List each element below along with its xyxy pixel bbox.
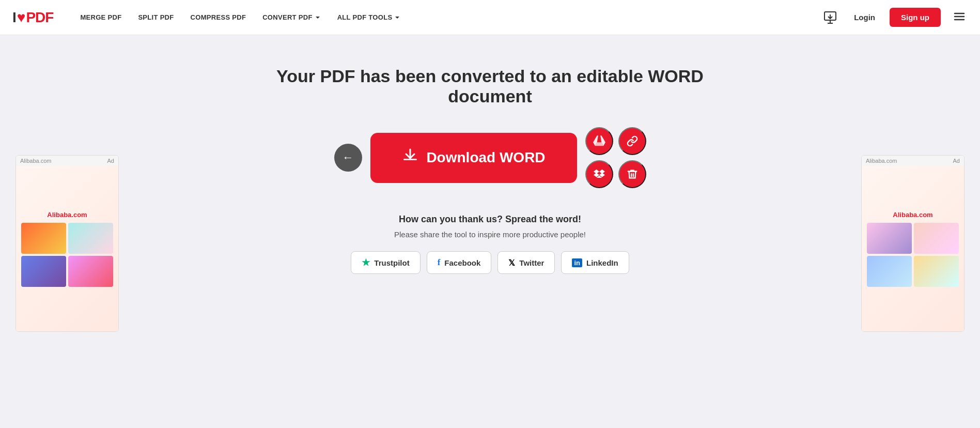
download-section: ← Download WORD [334,127,646,188]
share-heading: How can you thank us? Spread the word! [351,214,629,225]
desktop-download-button[interactable] [821,8,839,27]
facebook-button[interactable]: f Facebook [427,251,492,274]
signup-button[interactable]: Sign up [890,8,941,27]
trustpilot-button[interactable]: ★ Trustpilot [351,251,420,274]
facebook-label: Facebook [444,258,480,267]
linkedin-icon: in [572,258,582,267]
download-word-label: Download WORD [426,149,545,166]
download-word-button[interactable]: Download WORD [370,133,577,183]
google-drive-button[interactable] [585,127,613,155]
share-subtext: Please share the tool to inspire more pr… [351,230,629,239]
twitter-button[interactable]: 𝕏 Twitter [497,251,555,274]
trustpilot-star-icon: ★ [362,257,370,268]
logo-suffix: PDF [26,9,53,26]
nav-all-pdf-tools[interactable]: ALL PDF TOOLS [331,9,407,25]
twitter-x-icon: 𝕏 [508,258,515,268]
back-button[interactable]: ← [334,144,362,172]
linkedin-label: LinkedIn [586,258,618,267]
nav-convert-pdf-label: CONVERT PDF [262,13,320,21]
logo[interactable]: I ♥ PDF [12,9,53,26]
copy-link-button[interactable] [618,127,646,155]
cloud-icon-grid [585,127,646,188]
share-buttons: ★ Trustpilot f Facebook 𝕏 Twitter in Lin… [351,251,629,274]
trustpilot-label: Trustpilot [374,258,409,267]
nav-merge-pdf[interactable]: MERGE PDF [74,9,128,25]
back-arrow-icon: ← [343,151,354,164]
header: I ♥ PDF MERGE PDF SPLIT PDF COMPRESS PDF… [0,0,980,35]
nav-convert-pdf[interactable]: CONVERT PDF [256,9,326,25]
nav-compress-pdf[interactable]: COMPRESS PDF [184,9,253,25]
page-title: Your PDF has been converted to an editab… [258,66,723,106]
main-nav: MERGE PDF SPLIT PDF COMPRESS PDF CONVERT… [74,9,821,25]
share-section: How can you thank us? Spread the word! P… [351,214,629,274]
download-arrow-icon [401,147,419,169]
login-button[interactable]: Login [848,9,881,26]
logo-prefix: I [12,9,16,26]
nav-all-tools-label: ALL PDF TOOLS [337,13,401,21]
hamburger-menu-button[interactable] [951,8,968,26]
logo-heart: ♥ [17,9,25,26]
facebook-icon: f [438,257,441,268]
dropbox-button[interactable] [585,160,613,188]
nav-split-pdf[interactable]: SPLIT PDF [132,9,180,25]
twitter-label: Twitter [519,258,544,267]
delete-button[interactable] [618,160,646,188]
linkedin-button[interactable]: in LinkedIn [561,251,629,274]
header-right: Login Sign up [821,8,968,27]
main-content: Your PDF has been converted to an editab… [0,35,980,428]
